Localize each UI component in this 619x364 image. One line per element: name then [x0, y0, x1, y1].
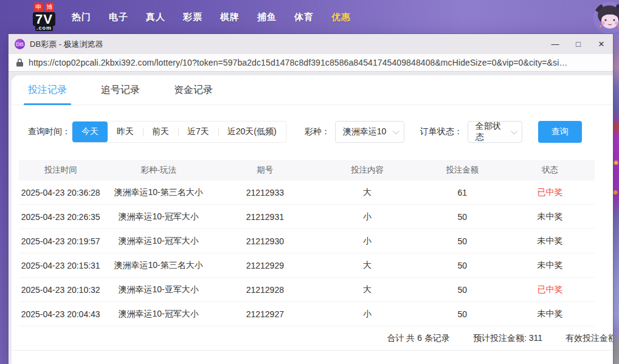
- filter-bar: 查询时间： 今天昨天前天近7天近20天(低频) 彩种： 澳洲幸运10 订单状态：…: [28, 121, 613, 143]
- site-logo[interactable]: 申 博 7V .com: [33, 2, 55, 31]
- cell-game: 澳洲幸运10-第三名大小: [102, 260, 215, 271]
- cell-status: 未中奖: [505, 309, 595, 320]
- bet-records-table: 投注时间彩种-玩法期号投注内容投注金额状态 2025-04-23 20:36:2…: [19, 160, 595, 326]
- time-option[interactable]: 前天: [143, 122, 178, 142]
- cell-content: 小: [316, 211, 419, 222]
- minimize-button[interactable]: —: [544, 34, 567, 54]
- record-tabs: 投注记录追号记录资金记录: [12, 75, 613, 105]
- time-option[interactable]: 近20天(低频): [218, 122, 286, 142]
- site-nav-menu: 热门电子真人彩票棋牌捕鱼体育优惠: [72, 0, 351, 34]
- address-bar[interactable]: https://ctop02pcali.2kbxi392.com/lottery…: [9, 54, 613, 72]
- cell-game: 澳洲幸运10-冠军大小: [102, 211, 215, 222]
- column-header: 投注时间: [19, 165, 102, 176]
- summary-total: 合计 共 6 条记录: [387, 333, 449, 344]
- bet-table-body: 2025-04-23 20:36:28澳洲幸运10-第三名大小21212933大…: [19, 180, 595, 326]
- cell-time: 2025-04-23 20:04:43: [19, 309, 102, 319]
- table-row: 2025-04-23 20:26:35澳洲幸运10-冠军大小21212931小5…: [19, 205, 595, 229]
- cell-time: 2025-04-23 20:19:57: [19, 236, 102, 246]
- nav-item[interactable]: 彩票: [183, 12, 202, 23]
- nav-item[interactable]: 真人: [146, 12, 165, 23]
- lottery-filter-label: 彩种：: [305, 126, 330, 137]
- table-row: 2025-04-23 20:04:43澳洲幸运10-冠军大小21212927小5…: [19, 302, 595, 326]
- cell-issue: 21212928: [215, 285, 316, 295]
- status-select-value: 全部状态: [475, 121, 507, 143]
- logo-badges: 申 博: [34, 2, 54, 12]
- cell-issue: 21212929: [215, 261, 316, 270]
- table-header-row: 投注时间彩种-玩法期号投注内容投注金额状态: [19, 160, 595, 180]
- table-row: 2025-04-23 20:19:57澳洲幸运10-冠军大小21212930小5…: [19, 229, 595, 253]
- cell-status: 未中奖: [505, 211, 595, 222]
- column-header: 投注内容: [316, 165, 419, 176]
- cell-status: 未中奖: [505, 236, 595, 247]
- chevron-down-icon: [510, 128, 517, 134]
- window-titlebar[interactable]: DB DB彩票 - 极速浏览器 — □ ✕: [9, 34, 613, 54]
- logo-suffix: .com: [35, 25, 53, 31]
- cell-time: 2025-04-23 20:15:31: [19, 261, 102, 270]
- summary-expected-amount: 预计投注金额: 311: [473, 333, 542, 344]
- order-status-select[interactable]: 全部状态: [468, 121, 522, 143]
- cell-content: 大: [316, 284, 419, 295]
- cell-content: 大: [316, 187, 419, 198]
- cell-status: 未中奖: [505, 260, 595, 271]
- cell-issue: 21212927: [215, 309, 316, 319]
- nav-item[interactable]: 体育: [294, 12, 314, 23]
- status-filter-label: 订单状态：: [420, 126, 463, 137]
- cell-amount: 50: [419, 285, 505, 295]
- window-controls: — □ ✕: [544, 34, 613, 54]
- cell-game: 澳洲幸运10-冠军大小: [102, 236, 215, 247]
- nav-item[interactable]: 棋牌: [220, 12, 240, 23]
- lottery-select-value: 澳洲幸运10: [343, 126, 387, 137]
- lock-icon: [16, 58, 23, 67]
- user-avatar[interactable]: [593, 2, 619, 34]
- cell-amount: 50: [419, 309, 505, 319]
- maximize-button[interactable]: □: [567, 34, 590, 54]
- nav-item[interactable]: 热门: [72, 12, 91, 23]
- tab[interactable]: 投注记录: [28, 84, 67, 105]
- page-content: 投注记录追号记录资金记录 查询时间： 今天昨天前天近7天近20天(低频) 彩种：…: [9, 72, 613, 364]
- window-title: DB彩票 - 极速浏览器: [30, 39, 103, 50]
- site-top-nav: 申 博 7V .com 热门电子真人彩票棋牌捕鱼体育优惠: [0, 0, 619, 34]
- time-option[interactable]: 昨天: [108, 122, 143, 142]
- cell-amount: 50: [419, 236, 505, 246]
- cell-time: 2025-04-23 20:26:35: [19, 212, 102, 222]
- cell-content: 小: [316, 309, 419, 320]
- column-header: 状态: [505, 165, 595, 176]
- close-button[interactable]: ✕: [590, 34, 613, 54]
- cell-issue: 21212931: [215, 212, 316, 222]
- cell-amount: 50: [419, 261, 505, 270]
- cell-game: 澳洲幸运10-亚军大小: [102, 284, 215, 295]
- table-row: 2025-04-23 20:36:28澳洲幸运10-第三名大小21212933大…: [19, 180, 595, 205]
- time-option[interactable]: 今天: [72, 122, 108, 142]
- time-filter-group: 今天昨天前天近7天近20天(低频): [72, 121, 286, 143]
- page-behind-window-strip: [613, 34, 619, 364]
- logo-badge: 博: [45, 2, 54, 12]
- records-card: 投注记录追号记录资金记录 查询时间： 今天昨天前天近7天近20天(低频) 彩种：…: [12, 75, 613, 364]
- cell-status: 已中奖: [505, 284, 595, 295]
- cell-content: 大: [316, 260, 419, 271]
- tab[interactable]: 资金记录: [174, 84, 213, 105]
- cell-issue: 21212930: [215, 236, 316, 246]
- column-header: 期号: [215, 165, 316, 176]
- nav-item[interactable]: 捕鱼: [257, 12, 277, 23]
- column-header: 彩种-玩法: [102, 165, 215, 176]
- logo-badge: 申: [34, 2, 43, 12]
- nav-item[interactable]: 电子: [109, 12, 128, 23]
- time-filter-label: 查询时间：: [28, 126, 71, 137]
- cell-content: 小: [316, 236, 419, 247]
- url-field[interactable]: https://ctop02pcali.2kbxi392.com/lottery…: [29, 58, 567, 67]
- table-row: 2025-04-23 20:15:31澳洲幸运10-第三名大小21212929大…: [19, 253, 595, 278]
- cell-time: 2025-04-23 20:36:28: [19, 188, 102, 197]
- cell-time: 2025-04-23 20:10:32: [19, 285, 102, 295]
- column-header: 投注金额: [419, 165, 505, 176]
- search-button[interactable]: 查询: [538, 121, 582, 143]
- db-favicon-icon: DB: [15, 39, 25, 49]
- chevron-down-icon: [392, 128, 399, 134]
- summary-valid-amount: 有效投注金额: [565, 333, 613, 344]
- nav-item[interactable]: 优惠: [331, 12, 351, 23]
- table-summary: 合计 共 6 条记录 预计投注金额: 311 有效投注金额: [12, 326, 613, 351]
- time-option[interactable]: 近7天: [178, 122, 218, 142]
- tab[interactable]: 追号记录: [101, 84, 140, 105]
- lottery-select[interactable]: 澳洲幸运10: [335, 121, 404, 143]
- cell-game: 澳洲幸运10-冠军大小: [102, 309, 215, 320]
- cell-issue: 21212933: [215, 188, 316, 197]
